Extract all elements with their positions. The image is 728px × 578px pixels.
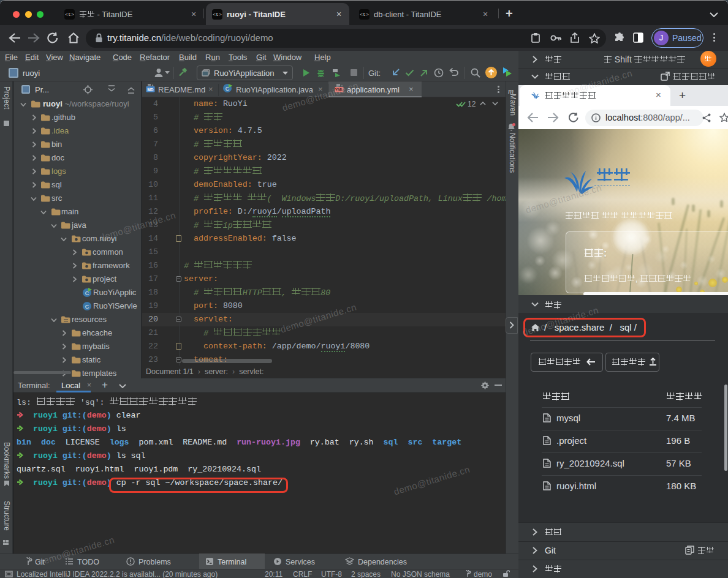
svg-text:C: C <box>85 304 89 310</box>
svg-text:YML: YML <box>335 88 344 92</box>
svg-text:MD: MD <box>147 88 153 92</box>
